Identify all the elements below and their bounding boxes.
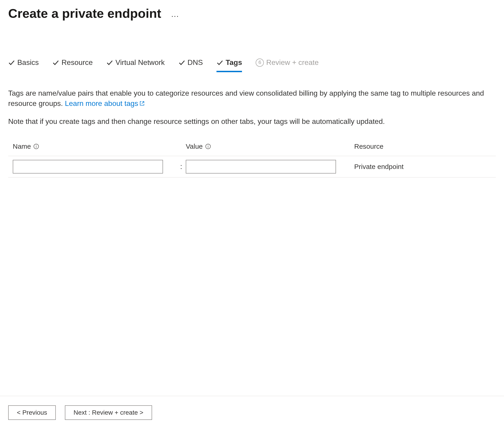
- info-icon[interactable]: [33, 143, 39, 149]
- more-actions-button[interactable]: ···: [170, 10, 180, 21]
- table-row: : Private endpoint: [8, 156, 496, 178]
- tab-label: Resource: [62, 57, 93, 68]
- tab-virtual-network[interactable]: Virtual Network: [106, 56, 165, 72]
- tab-resource[interactable]: Resource: [52, 56, 93, 72]
- tab-label: Tags: [226, 57, 242, 68]
- wizard-tabs: BasicsResourceVirtual NetworkDNSTags6Rev…: [8, 56, 496, 72]
- tab-tags[interactable]: Tags: [216, 56, 242, 72]
- col-header-name: Name: [13, 142, 177, 151]
- tag-name-input[interactable]: [13, 160, 163, 173]
- check-icon: [178, 59, 185, 66]
- tab-label: Review + create: [266, 57, 318, 68]
- previous-button[interactable]: < Previous: [8, 405, 56, 420]
- info-icon[interactable]: [205, 143, 211, 149]
- tag-resource-cell: Private endpoint: [350, 162, 491, 171]
- tab-review-create: 6Review + create: [256, 56, 318, 72]
- check-icon: [106, 59, 113, 66]
- svg-point-5: [208, 145, 208, 145]
- tab-basics[interactable]: Basics: [8, 56, 39, 72]
- page-title: Create a private endpoint: [8, 5, 161, 22]
- col-header-resource: Resource: [350, 142, 491, 151]
- check-icon: [8, 59, 15, 66]
- tab-label: DNS: [188, 57, 203, 68]
- col-header-value: Value: [186, 142, 350, 151]
- external-link-icon: [140, 101, 145, 106]
- check-icon: [216, 59, 223, 66]
- check-icon: [52, 59, 59, 66]
- svg-point-2: [36, 145, 37, 145]
- step-badge: 6: [256, 59, 264, 67]
- tags-table: Name Value Resource : Private endpoint: [8, 138, 496, 178]
- tab-label: Virtual Network: [115, 57, 165, 68]
- tab-label: Basics: [17, 57, 39, 68]
- tag-value-input[interactable]: [186, 160, 336, 173]
- tags-intro: Tags are name/value pairs that enable yo…: [8, 88, 491, 109]
- tags-note: Note that if you create tags and then ch…: [8, 116, 496, 127]
- tags-table-header: Name Value Resource: [8, 138, 496, 156]
- tab-dns[interactable]: DNS: [178, 56, 203, 72]
- tag-separator: :: [177, 161, 186, 172]
- wizard-footer: < Previous Next : Review + create >: [0, 396, 504, 420]
- learn-more-tags-link[interactable]: Learn more about tags: [65, 99, 145, 107]
- next-button[interactable]: Next : Review + create >: [65, 405, 152, 420]
